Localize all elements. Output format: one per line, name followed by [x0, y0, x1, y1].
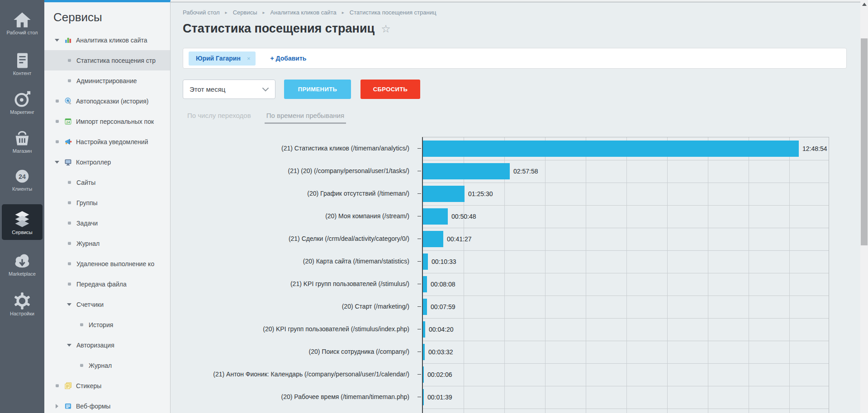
add-filter-button[interactable]: + Добавить: [270, 55, 306, 62]
gridline: [423, 341, 829, 341]
chevron-down-icon: [53, 161, 61, 164]
bullet-icon: [53, 140, 61, 143]
breadcrumb-item[interactable]: Рабочий стол: [183, 9, 220, 16]
filter-tag[interactable]: Юрий Гагарин ×: [189, 52, 256, 66]
period-select-value: Этот месяц: [190, 85, 225, 93]
sidebar-item-label: Журнал: [89, 362, 112, 369]
sidebar-tree: Аналитика кликов сайтаСтатистика посещен…: [44, 30, 170, 413]
gridline: [423, 228, 829, 228]
sidebar-item[interactable]: История: [44, 314, 170, 335]
chevron-down-icon: [66, 344, 73, 347]
rail-item-marketplace[interactable]: Marketplace: [2, 251, 43, 277]
sidebar-item-label: История: [89, 321, 113, 329]
bar-value-label: 00:02:06: [427, 363, 452, 386]
sidebar-item[interactable]: Аналитика кликов сайта: [44, 30, 170, 50]
svg-text:24: 24: [66, 120, 70, 124]
breadcrumb-item[interactable]: Сервисы: [233, 9, 257, 16]
sidebar-item-label: Импорт персональных пок: [76, 118, 154, 125]
sidebar-item[interactable]: Передача файла: [44, 274, 170, 294]
bullet-icon: [53, 384, 61, 387]
tick-mark: [417, 171, 421, 171]
pointer-icon: [64, 97, 72, 105]
page-title: Статистика посещения страниц: [183, 22, 375, 36]
rail-item-label: Контент: [2, 70, 43, 76]
chart-row-label: (20) Поиск сотрудника (/company/): [309, 340, 409, 363]
bullet-icon: [66, 242, 73, 245]
rail-item-home[interactable]: Рабочий стол: [2, 10, 43, 36]
favorite-star-icon[interactable]: ☆: [381, 23, 391, 35]
store-icon: [12, 128, 32, 146]
gridline: [545, 137, 545, 413]
filter-bar[interactable]: Юрий Гагарин × + Добавить: [183, 48, 847, 69]
filter-tag-label: Юрий Гагарин: [196, 55, 241, 62]
chart-row-label: (20) Моя компания (/stream/): [325, 205, 409, 227]
tab-inactive[interactable]: По числу переходов: [185, 112, 253, 124]
rail-item-clients[interactable]: 24Клиенты: [2, 166, 43, 192]
sidebar-item[interactable]: Журнал: [44, 355, 170, 375]
period-select[interactable]: Этот месяц: [183, 80, 275, 99]
chart-labels: (21) Статистика кликов (/timeman/analyti…: [171, 137, 416, 413]
services-icon: [12, 210, 32, 228]
bar-value-label: 12:48:54: [802, 137, 827, 160]
svg-text:24: 24: [19, 173, 26, 180]
bar-value-label: 00:04:20: [429, 318, 454, 341]
remove-tag-icon[interactable]: ×: [247, 55, 251, 62]
rail-item-store[interactable]: Магазин: [2, 128, 43, 154]
sidebar-item[interactable]: Задачи: [44, 213, 170, 233]
sidebar-item[interactable]: 24Импорт персональных пок: [44, 111, 170, 131]
sidebar-item[interactable]: Группы: [44, 192, 170, 213]
sidebar-item[interactable]: Стикеры: [44, 375, 170, 396]
reset-button[interactable]: СБРОСИТЬ: [360, 80, 420, 99]
rail-item-label: Рабочий стол: [2, 30, 43, 36]
settings-icon: [12, 291, 32, 309]
scrollbar-thumb[interactable]: [861, 38, 868, 245]
sidebar-item[interactable]: Администрирование: [44, 70, 170, 91]
bar: [423, 276, 427, 292]
chart-row-label: (20) KPI групп пользователей (/stimulus/…: [263, 318, 409, 340]
gridline: [423, 160, 829, 160]
gridline: [423, 386, 829, 386]
chevron-right-icon: [53, 404, 61, 408]
tick-mark: [417, 397, 421, 397]
breadcrumb-item[interactable]: Статистика посещения страниц: [350, 9, 436, 16]
sidebar-item[interactable]: Автоподсказки (история): [44, 91, 170, 111]
tab-active[interactable]: По времени пребывания: [265, 112, 346, 124]
gridline: [423, 363, 829, 364]
sidebar-item[interactable]: Статистика посещения стр: [44, 50, 170, 70]
content-icon: [12, 51, 32, 69]
sticker-icon: [64, 382, 72, 390]
chart-row-label: (21) Статистика кликов (/timeman/analyti…: [281, 137, 409, 160]
chart-row-label: (20) График отсутствий (/timeman/): [307, 182, 409, 205]
sidebar-item[interactable]: Журнал: [44, 233, 170, 253]
rail-item-services[interactable]: Сервисы: [2, 204, 43, 240]
chart-row-label: (21) Антон Фионик: Календарь (/company/p…: [213, 363, 409, 385]
sidebar-item-label: Автоподсказки (история): [76, 98, 148, 105]
sidebar-item[interactable]: Сайты: [44, 172, 170, 192]
sidebar-item[interactable]: Контроллер: [44, 152, 170, 172]
bar: [423, 299, 427, 315]
sidebar-item[interactable]: Счетчики: [44, 294, 170, 314]
tabs: По числу переходовПо времени пребывания: [185, 112, 358, 124]
apply-button[interactable]: ПРИМЕНИТЬ: [284, 80, 351, 99]
sidebar-item-label: Настройка уведомлений: [76, 138, 148, 145]
sidebar-item[interactable]: Удаленное выполнение ко: [44, 253, 170, 274]
sidebar-item[interactable]: Настройка уведомлений: [44, 131, 170, 152]
sidebar-item[interactable]: Авторизация: [44, 335, 170, 355]
rail-item-content[interactable]: Контент: [2, 51, 43, 76]
home-icon: [12, 10, 32, 28]
sidebar-item-label: Сайты: [76, 179, 95, 186]
rail-item-label: Клиенты: [2, 186, 43, 192]
vertical-scrollbar[interactable]: [860, 0, 868, 413]
gridline: [423, 205, 829, 206]
gridline: [626, 137, 627, 413]
sidebar-item-label: Стикеры: [76, 382, 101, 390]
scrollbar-up-arrow-icon[interactable]: [862, 3, 867, 6]
breadcrumb-item[interactable]: Аналитика кликов сайта: [270, 9, 337, 16]
sidebar-item[interactable]: Веб-формы: [44, 396, 170, 413]
marketing-icon: [12, 89, 32, 108]
rail-item-label: Маркетинг: [2, 109, 43, 115]
bar: [423, 321, 425, 338]
rail-item-marketing[interactable]: Маркетинг: [2, 89, 43, 115]
chevron-down-icon: [53, 39, 61, 42]
rail-item-settings[interactable]: Настройки: [2, 291, 43, 317]
